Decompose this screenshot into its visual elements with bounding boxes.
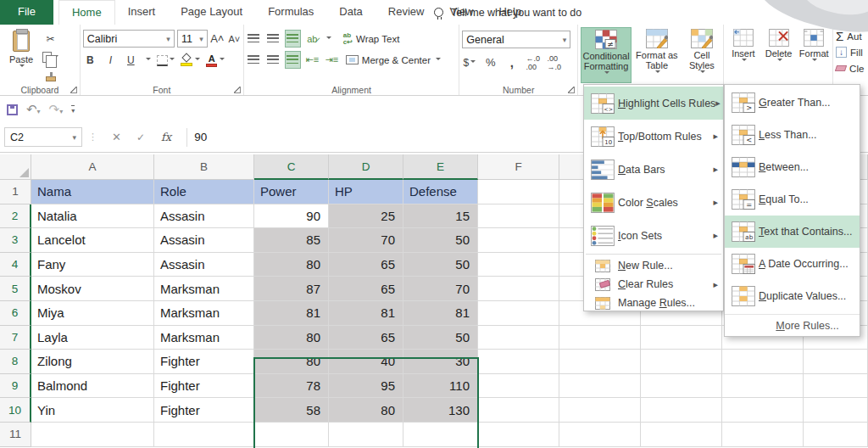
cell-A8[interactable]: Zilong	[31, 350, 154, 374]
menu-item-clear-rules[interactable]: Clear Rules▸	[584, 275, 723, 294]
cell-D10[interactable]: 80	[329, 398, 403, 423]
font-color-button[interactable]: A	[206, 52, 225, 68]
col-header-E[interactable]: E	[403, 154, 478, 180]
align-center-button[interactable]	[266, 52, 281, 68]
cell-C4[interactable]: 80	[254, 253, 329, 277]
fill-color-button[interactable]	[181, 52, 200, 68]
cell-styles-button[interactable]: Cell Styles	[682, 27, 721, 83]
cell-H7[interactable]	[641, 326, 722, 350]
menu-item-greater-than[interactable]: >Greater Than...	[725, 87, 860, 119]
paste-button[interactable]: Paste	[3, 27, 40, 83]
col-header-B[interactable]: B	[154, 154, 254, 180]
row-header-7[interactable]: 7	[0, 326, 31, 350]
cell-I10[interactable]	[722, 398, 804, 423]
cell-B9[interactable]: Fighter	[154, 374, 254, 399]
menu-item-color-scales[interactable]: Color Scales▸	[584, 186, 723, 219]
undo-button[interactable]: ↶▾	[26, 104, 41, 116]
cell-F2[interactable]	[478, 204, 559, 229]
cell-C1[interactable]: Power	[254, 180, 329, 204]
cell-F6[interactable]	[478, 301, 559, 326]
decrease-decimal-button[interactable]: .00→.0	[547, 54, 561, 70]
cell-E9[interactable]: 110	[403, 374, 478, 399]
name-box[interactable]: C2 ▾	[4, 127, 82, 147]
cell-A3[interactable]: Lancelot	[31, 228, 154, 253]
menu-item-top-bottom-rules[interactable]: 10Top/Bottom Rules▸	[584, 120, 723, 153]
cell-A10[interactable]: Yin	[31, 398, 154, 423]
cell-E3[interactable]: 50	[403, 228, 478, 253]
align-middle-button[interactable]	[266, 31, 281, 47]
cell-B5[interactable]: Marksman	[154, 277, 254, 301]
copy-button[interactable]	[42, 49, 58, 65]
cell-D11[interactable]	[329, 423, 403, 447]
cell-C5[interactable]: 87	[254, 277, 329, 301]
col-header-D[interactable]: D	[329, 154, 403, 180]
row-header-6[interactable]: 6	[0, 301, 31, 326]
cell-I11[interactable]	[722, 423, 804, 447]
menu-item-text-that-contains[interactable]: abText that Contains...	[725, 216, 860, 248]
cell-E7[interactable]: 50	[403, 326, 478, 350]
row-header-4[interactable]: 4	[0, 253, 31, 277]
row-header-1[interactable]: 1	[0, 180, 31, 204]
cell-B4[interactable]: Assasin	[154, 253, 254, 277]
cell-C8[interactable]: 80	[254, 350, 329, 374]
cell-E2[interactable]: 15	[403, 204, 478, 229]
menu-item-duplicate-values[interactable]: Duplicate Values...	[725, 280, 860, 312]
cell-H11[interactable]	[641, 423, 722, 447]
cell-A11[interactable]	[31, 423, 154, 447]
tab-formulas[interactable]: Formulas	[255, 0, 326, 25]
cell-E4[interactable]: 50	[403, 253, 478, 277]
col-header-A[interactable]: A	[31, 154, 154, 180]
cell-F4[interactable]	[478, 253, 559, 277]
menu-item-more-rules[interactable]: More Rules...	[725, 314, 860, 336]
clear-button[interactable]: Cle	[836, 60, 866, 76]
cell-A1[interactable]: Nama	[31, 180, 154, 204]
tab-file[interactable]: File	[0, 0, 53, 25]
cell-C9[interactable]: 78	[254, 374, 329, 399]
format-painter-button[interactable]	[42, 68, 58, 84]
cell-A7[interactable]: Layla	[31, 326, 154, 350]
fill-button[interactable]: ↓ Fill	[836, 44, 866, 60]
cell-B11[interactable]	[154, 423, 254, 447]
decrease-indent-button[interactable]: ⇤≡	[305, 52, 320, 68]
cell-B10[interactable]: Fighter	[154, 398, 254, 423]
cell-F5[interactable]	[478, 277, 559, 301]
align-bottom-button[interactable]	[286, 31, 300, 47]
cell-B6[interactable]: Marksman	[154, 301, 254, 326]
cell-A4[interactable]: Fany	[31, 253, 154, 277]
cell-F10[interactable]	[478, 398, 559, 423]
align-right-button[interactable]	[286, 52, 300, 68]
cell-G8[interactable]	[559, 350, 641, 374]
cell-D3[interactable]: 70	[329, 228, 403, 253]
col-header-F[interactable]: F	[478, 154, 559, 180]
percent-style-button[interactable]: %	[483, 54, 498, 70]
tab-home[interactable]: Home	[58, 0, 115, 25]
comma-style-button[interactable]: ,	[504, 54, 519, 70]
cell-C2[interactable]: 90	[254, 204, 329, 229]
italic-button[interactable]: I	[103, 52, 118, 68]
cell-D9[interactable]: 95	[329, 374, 403, 399]
cell-B2[interactable]: Assasin	[154, 204, 254, 229]
number-dialog-launcher-icon[interactable]	[568, 87, 575, 93]
select-all-corner[interactable]	[0, 154, 31, 180]
cell-G11[interactable]	[559, 423, 641, 447]
cell-J8[interactable]	[804, 350, 868, 374]
clipboard-dialog-launcher-icon[interactable]	[70, 87, 77, 93]
cell-F11[interactable]	[478, 423, 559, 447]
menu-item-manage-rules[interactable]: Manage Rules...	[584, 294, 723, 312]
align-top-button[interactable]	[247, 31, 261, 47]
row-header-3[interactable]: 3	[0, 228, 31, 253]
tab-insert[interactable]: Insert	[115, 0, 169, 25]
cell-A5[interactable]: Moskov	[31, 277, 154, 301]
row-header-9[interactable]: 9	[0, 374, 31, 399]
row-header-5[interactable]: 5	[0, 277, 31, 301]
underline-button[interactable]: U	[124, 52, 138, 68]
cell-F3[interactable]	[478, 228, 559, 253]
redo-button[interactable]: ↷▾	[49, 104, 64, 116]
menu-item-equal-to[interactable]: =Equal To...	[725, 183, 860, 216]
tab-review[interactable]: Review	[376, 0, 437, 25]
font-name-select[interactable]: Calibri▾	[83, 30, 175, 48]
menu-item-less-than[interactable]: <Less Than...	[725, 119, 860, 151]
cell-F7[interactable]	[478, 326, 559, 350]
cancel-icon[interactable]: ✕	[112, 131, 121, 143]
cell-C10[interactable]: 58	[254, 398, 329, 423]
